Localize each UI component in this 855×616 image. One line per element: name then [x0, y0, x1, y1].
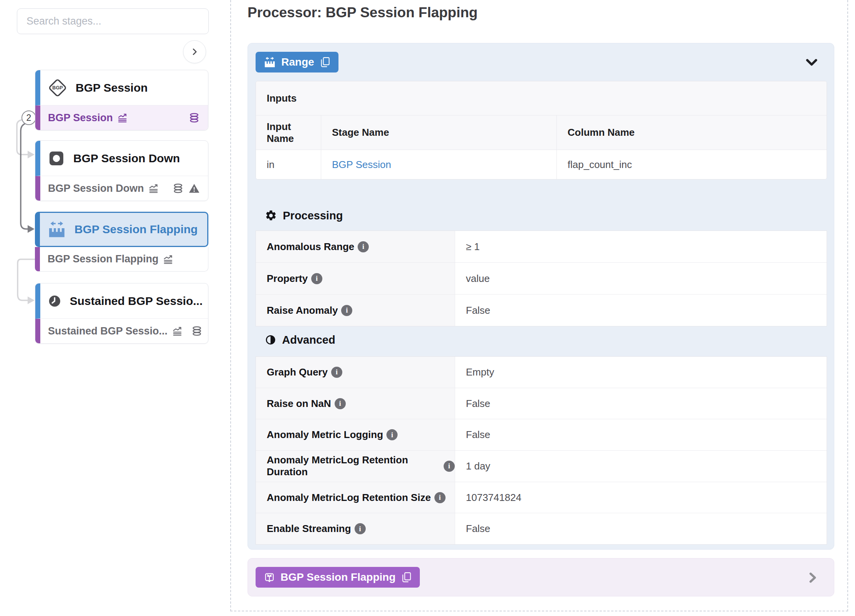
row-label: Anomaly MetricLog Retention Size [267, 492, 431, 504]
info-icon[interactable] [341, 305, 352, 316]
advanced-table: Graph Query Empty Raise on NaN False Ano… [256, 356, 827, 545]
anomaly-stage-panel[interactable]: BGP Session Flapping [248, 558, 834, 596]
info-icon[interactable] [311, 273, 322, 284]
stages-sidebar: 2 BGP BGP Session BGP Session BGP Sessio… [0, 0, 230, 616]
row-value: ≥ 1 [455, 231, 827, 262]
row-value: False [455, 513, 827, 544]
stage-card-sustained-bgp-session[interactable]: Sustained BGP Sessio... Sustained BGP Se… [35, 283, 208, 344]
database-icon [172, 182, 184, 194]
chevron-right-icon [190, 47, 199, 56]
table-row: Anomaly MetricLog Retention Size 1073741… [256, 482, 827, 513]
inputs-header-row: Input Name Stage Name Column Name [256, 115, 827, 150]
metrics-icon [148, 183, 159, 194]
page-title: Processor: BGP Session Flapping [248, 5, 478, 21]
info-icon[interactable] [386, 429, 398, 440]
inputs-data-row: in BGP Session flap_count_inc [256, 150, 827, 179]
processor-detail-area: Processor: BGP Session Flapping Range In… [230, 0, 848, 611]
range-icon [263, 56, 276, 69]
stage-subrow-label: Sustained BGP Sessio... [48, 325, 168, 337]
stage-card-bgp-session-down[interactable]: BGP Session Down BGP Session Down [35, 140, 208, 201]
table-row: Anomaly Metric Logging False [256, 419, 827, 450]
search-input[interactable] [17, 8, 209, 34]
row-value: False [455, 295, 827, 326]
info-icon[interactable] [331, 367, 342, 378]
column-header-input-name: Input Name [256, 115, 321, 150]
row-value: 1073741824 [455, 482, 827, 513]
row-label: Graph Query [267, 366, 328, 378]
stage-title: BGP Session Flapping [74, 223, 198, 236]
anomaly-stage-button[interactable]: BGP Session Flapping [256, 567, 420, 588]
column-header-column-name: Column Name [557, 115, 827, 150]
row-label: Enable Streaming [267, 523, 351, 535]
stage-subrow-sustained-bgp-session[interactable]: Sustained BGP Sessio... [35, 319, 208, 343]
stage-title: Sustained BGP Sessio... [70, 295, 203, 308]
stage-subrow-label: BGP Session Flapping [48, 253, 158, 265]
stage-subrow-label: BGP Session Down [48, 183, 144, 194]
collapse-panel-button[interactable] [802, 53, 821, 72]
warning-icon [207, 325, 208, 337]
table-row: Enable Streaming False [256, 513, 827, 544]
sidebar-expand-button[interactable] [183, 40, 206, 63]
processing-section-title: Processing [283, 209, 343, 222]
processing-section-header: Processing [256, 201, 343, 231]
info-icon[interactable] [434, 492, 446, 503]
inputs-table: Inputs Input Name Stage Name Column Name… [256, 81, 827, 180]
stage-subrow-bgp-session-flapping[interactable]: BGP Session Flapping [35, 247, 208, 272]
row-label: Raise Anomaly [267, 305, 338, 316]
row-label: Anomalous Range [267, 241, 354, 253]
stage-card-bgp-session-flapping[interactable]: BGP Session Flapping BGP Session Flappin… [35, 212, 208, 272]
screen: { "colors": { "accent_blue": "#4286cb", … [0, 0, 855, 616]
table-row: Anomalous Range ≥ 1 [256, 231, 827, 262]
row-value: False [455, 388, 827, 419]
stage-title-row[interactable]: Sustained BGP Sessio... [35, 283, 208, 319]
metrics-icon [162, 254, 174, 265]
processor-config-panel: Range Inputs Input Name Stage Name Colum… [248, 43, 834, 550]
warning-icon [188, 182, 200, 194]
range-stage-button[interactable]: Range [256, 52, 338, 72]
svg-text:BGP: BGP [52, 85, 63, 91]
expand-anomaly-panel-button[interactable] [804, 569, 821, 586]
anomaly-icon [263, 571, 276, 583]
row-value: False [455, 419, 827, 450]
cell-column-name: flap_count_inc [557, 150, 827, 179]
stage-subrow-label: BGP Session [48, 112, 113, 124]
range-icon [47, 219, 67, 239]
event-icon [47, 149, 66, 168]
row-value: Empty [455, 357, 827, 388]
table-row: Anomaly MetricLog Retention Duration 1 d… [256, 450, 827, 482]
copy-icon[interactable] [401, 572, 412, 583]
metrics-icon [117, 112, 128, 124]
clock-icon [47, 292, 62, 310]
stage-subrow-bgp-session[interactable]: BGP Session [35, 105, 208, 130]
table-row: Raise Anomaly False [256, 294, 827, 326]
bgp-diamond-icon: BGP [47, 77, 68, 98]
row-label: Property [267, 273, 308, 285]
stage-subrow-bgp-session-down[interactable]: BGP Session Down [35, 176, 208, 201]
database-icon [188, 112, 200, 124]
stage-title-row[interactable]: BGP BGP Session [35, 70, 208, 105]
advanced-section-header: Advanced [256, 325, 335, 355]
cell-input-name: in [256, 150, 321, 179]
row-label: Anomaly MetricLog Retention Duration [267, 454, 440, 478]
info-icon[interactable] [358, 241, 369, 252]
info-icon[interactable] [444, 461, 455, 472]
info-icon[interactable] [355, 523, 366, 534]
stage-name-link[interactable]: BGP Session [332, 159, 391, 171]
table-row: Property value [256, 262, 827, 294]
stage-title-row[interactable]: BGP Session Down [35, 141, 208, 176]
metrics-icon [172, 325, 183, 337]
stage-title-row-selected[interactable]: BGP Session Flapping [35, 212, 208, 247]
stage-title: BGP Session [76, 81, 148, 94]
copy-icon[interactable] [319, 56, 331, 68]
anomaly-button-label: BGP Session Flapping [281, 571, 396, 583]
row-label: Raise on NaN [267, 398, 331, 410]
stage-card-bgp-session[interactable]: BGP BGP Session BGP Session [35, 70, 208, 130]
stage-title: BGP Session Down [73, 152, 180, 165]
info-icon[interactable] [335, 398, 346, 409]
range-button-label: Range [281, 56, 314, 68]
advanced-section-title: Advanced [282, 334, 335, 346]
chevron-right-icon [805, 570, 820, 585]
inputs-title: Inputs [256, 81, 827, 115]
gear-icon [265, 209, 277, 222]
row-value: value [455, 263, 827, 294]
